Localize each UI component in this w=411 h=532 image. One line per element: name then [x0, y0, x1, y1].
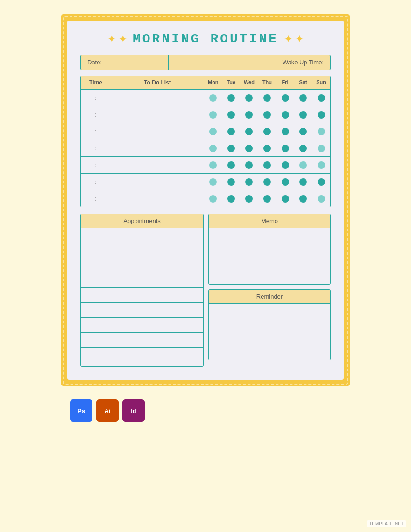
time-cell: : [81, 123, 111, 140]
list-item [81, 243, 203, 258]
day-dot [299, 178, 307, 186]
day-dot [282, 178, 289, 186]
day-dot [209, 111, 217, 119]
title-row: ✦ ✦ MORNING ROUTINE ✦ ✦ [80, 32, 331, 46]
list-item [81, 303, 203, 318]
reminder-header: Reminder [209, 290, 330, 304]
day-dot [227, 145, 235, 152]
day-dot [227, 161, 235, 169]
day-dot [318, 178, 325, 186]
inner-card: ✦ ✦ MORNING ROUTINE ✦ ✦ Date: Wake Up Ti… [67, 21, 344, 380]
col-mon: Mon [205, 79, 221, 86]
sparkle-left-icon: ✦ ✦ [107, 33, 127, 45]
col-sat: Sat [295, 79, 311, 86]
right-column: Memo Reminder [208, 214, 331, 367]
todo-cell [111, 157, 204, 173]
day-dot [263, 128, 271, 135]
day-dot [245, 195, 253, 203]
bottom-section: Appointments Memo [80, 214, 331, 367]
day-dot [299, 94, 307, 102]
day-dot [299, 128, 307, 135]
days-cell [204, 90, 330, 106]
day-dot [263, 195, 271, 203]
day-dot [299, 195, 307, 203]
outer-card: ✦ ✦ MORNING ROUTINE ✦ ✦ Date: Wake Up Ti… [61, 14, 350, 386]
day-dot [263, 111, 271, 119]
reminder-body [209, 304, 330, 360]
day-dot [263, 161, 271, 169]
time-cell: : [81, 190, 111, 207]
day-dot [318, 94, 325, 102]
day-dot [227, 195, 235, 203]
software-icons-row: Ps Ai Id [70, 399, 145, 422]
table-row: : [81, 90, 330, 106]
day-dot [209, 128, 217, 135]
day-dot [227, 94, 235, 102]
day-dot [245, 161, 253, 169]
day-dot [282, 161, 289, 169]
todo-cell [111, 106, 204, 123]
table-row: : [81, 106, 330, 123]
appointments-body [81, 228, 203, 366]
sparkle-right-icon: ✦ ✦ [284, 33, 304, 45]
list-item [81, 228, 203, 243]
day-dot [245, 94, 253, 102]
memo-section: Memo [208, 214, 331, 285]
list-item [81, 348, 203, 366]
todo-cell [111, 174, 204, 190]
day-dot [209, 145, 217, 152]
schedule-header: Time To Do List Mon Tue Wed Thu Fri Sat … [81, 76, 330, 90]
indesign-icon: Id [122, 399, 145, 422]
days-cell [204, 190, 330, 207]
time-cell: : [81, 174, 111, 190]
day-dot [245, 128, 253, 135]
todo-cell [111, 123, 204, 140]
table-row: : [81, 123, 330, 140]
table-row: : [81, 157, 330, 174]
day-dot [209, 195, 217, 203]
day-dot [245, 178, 253, 186]
day-dot [318, 128, 325, 135]
illustrator-icon: Ai [96, 399, 119, 422]
day-dot [245, 111, 253, 119]
days-cell [204, 157, 330, 173]
day-dot [227, 178, 235, 186]
days-cell [204, 174, 330, 190]
list-item [81, 318, 203, 333]
day-dot [263, 94, 271, 102]
day-dot [318, 145, 325, 152]
todo-cell [111, 140, 204, 156]
day-dot [282, 145, 289, 152]
day-dot [209, 161, 217, 169]
col-todo: To Do List [111, 76, 204, 89]
todo-cell [111, 90, 204, 106]
time-cell: : [81, 106, 111, 123]
col-thu: Thu [259, 79, 275, 86]
table-row: : [81, 140, 330, 157]
col-time: Time [81, 76, 111, 89]
col-sun: Sun [313, 79, 329, 86]
watermark: TEMPLATE.NET [367, 520, 406, 527]
date-wake-row: Date: Wake Up Time: [80, 55, 331, 70]
col-fri: Fri [277, 79, 293, 86]
todo-cell [111, 190, 204, 207]
day-dot [318, 195, 325, 203]
page-title: MORNING ROUTINE [133, 32, 278, 46]
day-dot [209, 178, 217, 186]
memo-header: Memo [209, 214, 330, 228]
appointments-header: Appointments [81, 214, 203, 228]
day-dot [299, 161, 307, 169]
appointments-section: Appointments [80, 214, 204, 367]
day-dot [318, 111, 325, 119]
photoshop-icon: Ps [70, 399, 92, 422]
wake-label: Wake Up Time: [168, 55, 330, 70]
days-cell [204, 123, 330, 140]
table-row: : [81, 174, 330, 190]
reminder-section: Reminder [208, 289, 331, 360]
day-dot [227, 111, 235, 119]
col-wed: Wed [241, 79, 257, 86]
time-cell: : [81, 157, 111, 173]
day-dot [299, 111, 307, 119]
list-item [81, 258, 203, 273]
col-tue: Tue [223, 79, 239, 86]
